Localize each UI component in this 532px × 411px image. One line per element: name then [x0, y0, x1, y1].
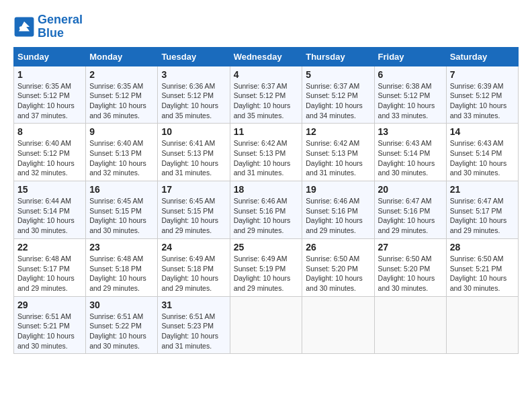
day-detail: Sunrise: 6:37 AMSunset: 5:12 PMDaylight:…	[306, 81, 370, 121]
day-number: 21	[450, 184, 515, 195]
day-number: 22	[17, 242, 82, 253]
day-number: 31	[161, 300, 226, 310]
day-detail: Sunrise: 6:40 AMSunset: 5:12 PMDaylight:…	[17, 138, 82, 178]
page-header: General Blue	[13, 13, 519, 40]
day-number: 20	[378, 184, 443, 195]
calendar-cell: 23Sunrise: 6:48 AMSunset: 5:18 PMDayligh…	[86, 238, 158, 296]
calendar-header-row: SundayMondayTuesdayWednesdayThursdayFrid…	[14, 47, 519, 66]
day-detail: Sunrise: 6:42 AMSunset: 5:13 PMDaylight:…	[306, 138, 370, 178]
calendar-day-header: Friday	[374, 47, 446, 66]
day-number: 10	[161, 126, 226, 137]
calendar-cell: 6Sunrise: 6:38 AMSunset: 5:12 PMDaylight…	[374, 66, 446, 124]
calendar-cell: 2Sunrise: 6:35 AMSunset: 5:12 PMDaylight…	[86, 66, 158, 124]
calendar-cell: 4Sunrise: 6:37 AMSunset: 5:12 PMDaylight…	[230, 66, 302, 124]
day-number: 6	[378, 69, 443, 80]
calendar-table: SundayMondayTuesdayWednesdayThursdayFrid…	[13, 47, 519, 355]
day-number: 18	[234, 184, 299, 195]
day-number: 30	[89, 300, 154, 310]
day-detail: Sunrise: 6:46 AMSunset: 5:16 PMDaylight:…	[306, 196, 370, 236]
calendar-cell: 21Sunrise: 6:47 AMSunset: 5:17 PMDayligh…	[446, 181, 518, 239]
calendar-week-row: 8Sunrise: 6:40 AMSunset: 5:12 PMDaylight…	[14, 124, 519, 181]
calendar-week-row: 29Sunrise: 6:51 AMSunset: 5:21 PMDayligh…	[14, 296, 519, 354]
calendar-cell: 30Sunrise: 6:51 AMSunset: 5:22 PMDayligh…	[86, 296, 158, 354]
day-detail: Sunrise: 6:50 AMSunset: 5:20 PMDaylight:…	[306, 254, 370, 293]
calendar-cell: 7Sunrise: 6:39 AMSunset: 5:12 PMDaylight…	[446, 66, 518, 124]
calendar-cell: 28Sunrise: 6:50 AMSunset: 5:21 PMDayligh…	[446, 238, 518, 296]
calendar-day-header: Thursday	[302, 47, 374, 66]
day-detail: Sunrise: 6:41 AMSunset: 5:13 PMDaylight:…	[161, 138, 226, 178]
calendar-day-header: Saturday	[446, 47, 518, 66]
day-number: 13	[378, 126, 443, 137]
svg-point-2	[19, 26, 23, 30]
day-detail: Sunrise: 6:35 AMSunset: 5:12 PMDaylight:…	[17, 81, 82, 121]
day-detail: Sunrise: 6:50 AMSunset: 5:20 PMDaylight:…	[378, 254, 443, 293]
day-detail: Sunrise: 6:46 AMSunset: 5:16 PMDaylight:…	[234, 196, 299, 236]
day-number: 29	[17, 300, 82, 310]
calendar-cell: 13Sunrise: 6:43 AMSunset: 5:14 PMDayligh…	[374, 124, 446, 181]
calendar-week-row: 22Sunrise: 6:48 AMSunset: 5:17 PMDayligh…	[14, 238, 519, 296]
day-detail: Sunrise: 6:51 AMSunset: 5:21 PMDaylight:…	[17, 312, 82, 351]
day-number: 4	[234, 69, 299, 80]
day-number: 16	[89, 184, 154, 195]
calendar-cell	[302, 296, 374, 354]
calendar-cell: 26Sunrise: 6:50 AMSunset: 5:20 PMDayligh…	[302, 238, 374, 296]
calendar-cell: 11Sunrise: 6:42 AMSunset: 5:13 PMDayligh…	[230, 124, 302, 181]
day-number: 5	[306, 69, 370, 80]
calendar-cell: 15Sunrise: 6:44 AMSunset: 5:14 PMDayligh…	[14, 181, 86, 239]
calendar-week-row: 15Sunrise: 6:44 AMSunset: 5:14 PMDayligh…	[14, 181, 519, 239]
day-detail: Sunrise: 6:38 AMSunset: 5:12 PMDaylight:…	[378, 81, 443, 121]
calendar-cell: 22Sunrise: 6:48 AMSunset: 5:17 PMDayligh…	[14, 238, 86, 296]
day-detail: Sunrise: 6:44 AMSunset: 5:14 PMDaylight:…	[17, 196, 82, 236]
day-detail: Sunrise: 6:51 AMSunset: 5:22 PMDaylight:…	[89, 312, 154, 351]
day-number: 12	[306, 126, 370, 137]
calendar-cell: 17Sunrise: 6:45 AMSunset: 5:15 PMDayligh…	[158, 181, 230, 239]
calendar-cell: 8Sunrise: 6:40 AMSunset: 5:12 PMDaylight…	[14, 124, 86, 181]
day-detail: Sunrise: 6:49 AMSunset: 5:19 PMDaylight:…	[234, 254, 299, 293]
day-number: 26	[306, 242, 370, 253]
day-number: 3	[161, 69, 226, 80]
day-detail: Sunrise: 6:45 AMSunset: 5:15 PMDaylight:…	[161, 196, 226, 236]
day-detail: Sunrise: 6:48 AMSunset: 5:18 PMDaylight:…	[89, 254, 154, 293]
calendar-day-header: Wednesday	[230, 47, 302, 66]
logo-text: General Blue	[38, 13, 83, 40]
calendar-cell: 14Sunrise: 6:43 AMSunset: 5:14 PMDayligh…	[446, 124, 518, 181]
calendar-cell: 29Sunrise: 6:51 AMSunset: 5:21 PMDayligh…	[14, 296, 86, 354]
day-detail: Sunrise: 6:42 AMSunset: 5:13 PMDaylight:…	[234, 138, 299, 178]
day-number: 23	[89, 242, 154, 253]
day-detail: Sunrise: 6:43 AMSunset: 5:14 PMDaylight:…	[378, 138, 443, 178]
day-number: 28	[450, 242, 515, 253]
calendar-cell	[374, 296, 446, 354]
calendar-cell: 31Sunrise: 6:51 AMSunset: 5:23 PMDayligh…	[158, 296, 230, 354]
calendar-cell: 12Sunrise: 6:42 AMSunset: 5:13 PMDayligh…	[302, 124, 374, 181]
day-detail: Sunrise: 6:40 AMSunset: 5:13 PMDaylight:…	[89, 138, 154, 178]
day-detail: Sunrise: 6:47 AMSunset: 5:16 PMDaylight:…	[378, 196, 443, 236]
logo-icon	[13, 16, 35, 38]
calendar-cell: 20Sunrise: 6:47 AMSunset: 5:16 PMDayligh…	[374, 181, 446, 239]
day-number: 1	[17, 69, 82, 80]
day-number: 17	[161, 184, 226, 195]
day-number: 7	[450, 69, 515, 80]
day-number: 8	[17, 126, 82, 137]
day-detail: Sunrise: 6:48 AMSunset: 5:17 PMDaylight:…	[17, 254, 82, 293]
calendar-cell: 24Sunrise: 6:49 AMSunset: 5:18 PMDayligh…	[158, 238, 230, 296]
calendar-cell: 27Sunrise: 6:50 AMSunset: 5:20 PMDayligh…	[374, 238, 446, 296]
logo: General Blue	[13, 13, 83, 40]
day-number: 9	[89, 126, 154, 137]
day-number: 15	[17, 184, 82, 195]
day-number: 19	[306, 184, 370, 195]
calendar-cell: 16Sunrise: 6:45 AMSunset: 5:15 PMDayligh…	[86, 181, 158, 239]
day-detail: Sunrise: 6:49 AMSunset: 5:18 PMDaylight:…	[161, 254, 226, 293]
calendar-cell: 9Sunrise: 6:40 AMSunset: 5:13 PMDaylight…	[86, 124, 158, 181]
day-number: 14	[450, 126, 515, 137]
day-detail: Sunrise: 6:36 AMSunset: 5:12 PMDaylight:…	[161, 81, 226, 121]
day-number: 27	[378, 242, 443, 253]
calendar-day-header: Sunday	[14, 47, 86, 66]
calendar-cell	[446, 296, 518, 354]
day-detail: Sunrise: 6:37 AMSunset: 5:12 PMDaylight:…	[234, 81, 299, 121]
calendar-cell: 25Sunrise: 6:49 AMSunset: 5:19 PMDayligh…	[230, 238, 302, 296]
calendar-body: 1Sunrise: 6:35 AMSunset: 5:12 PMDaylight…	[14, 66, 519, 354]
calendar-cell	[230, 296, 302, 354]
day-detail: Sunrise: 6:47 AMSunset: 5:17 PMDaylight:…	[450, 196, 515, 236]
day-detail: Sunrise: 6:51 AMSunset: 5:23 PMDaylight:…	[161, 312, 226, 351]
calendar-week-row: 1Sunrise: 6:35 AMSunset: 5:12 PMDaylight…	[14, 66, 519, 124]
